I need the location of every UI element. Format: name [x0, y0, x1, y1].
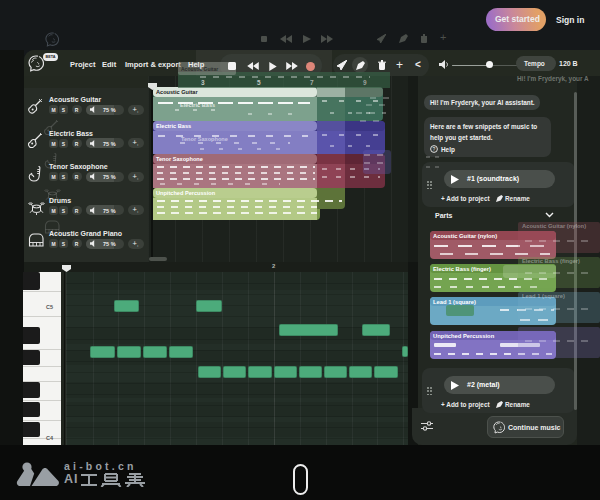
svg-text:?: ? [433, 146, 436, 152]
